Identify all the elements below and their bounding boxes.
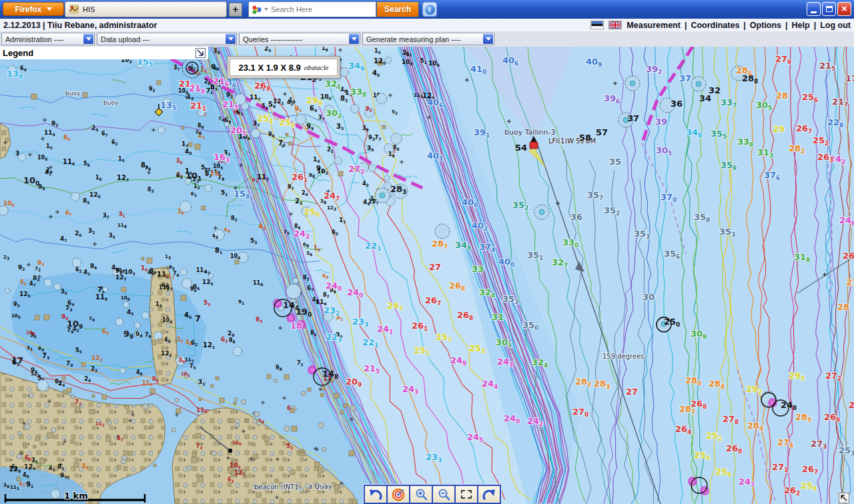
obstacle-dimensions: 23.1 X 1.9 X 8.9 [239, 63, 301, 73]
data-upload-dropdown[interactable]: Data upload --- [97, 33, 237, 45]
svg-text:75: 75 [284, 229, 290, 235]
legend-label: Legend [3, 48, 33, 58]
svg-text:39: 39 [655, 117, 667, 127]
redo-button[interactable] [478, 486, 500, 503]
chevron-down-icon [348, 33, 360, 45]
svg-text:27: 27 [429, 262, 441, 272]
chevron-down-icon [482, 33, 494, 45]
browser-titlebar: Firefox HIS + Search i ✕ [0, 0, 854, 19]
svg-text:64: 64 [161, 283, 167, 289]
minimize-icon [811, 11, 817, 13]
estonian-flag-icon[interactable] [590, 21, 604, 29]
zoom-out-button[interactable] [433, 486, 454, 503]
search-box: Search [248, 1, 419, 17]
queries-dropdown-label: Queries ------------- [240, 35, 348, 43]
zoom-out-icon [438, 488, 450, 501]
zoom-in-button[interactable] [410, 486, 432, 503]
new-tab-button[interactable]: + [229, 3, 242, 17]
svg-text:84: 84 [38, 346, 44, 352]
svg-text:17: 17 [845, 73, 854, 83]
svg-text:beacon (INT1): beacon (INT1) [254, 483, 302, 491]
firefox-menu-label: Firefox [15, 5, 41, 14]
nautical-chart[interactable]: 6218781711807159241992122146684387273738… [0, 0, 854, 504]
legend-bar: Legend [0, 47, 208, 59]
svg-text:82: 82 [169, 265, 175, 271]
search-field[interactable] [248, 1, 376, 17]
svg-text:100: 100 [232, 440, 242, 446]
svg-text:39: 39 [3, 483, 9, 489]
minimize-button[interactable] [807, 2, 821, 16]
close-button[interactable]: ✕ [837, 2, 851, 16]
info-button[interactable]: i [422, 2, 437, 17]
svg-text:123: 123 [327, 205, 336, 211]
measuring-plan-dropdown-label: Generate measuring plan ---- [363, 35, 482, 43]
svg-text:23: 23 [3, 255, 9, 261]
nav-measurement[interactable]: Measurement [626, 21, 681, 30]
map-expand-button[interactable] [839, 493, 849, 503]
queries-dropdown[interactable]: Queries ------------- [239, 33, 360, 45]
uk-flag-icon[interactable] [608, 21, 622, 29]
search-input[interactable] [271, 5, 373, 13]
svg-text:59: 59 [119, 267, 125, 273]
svg-text:61: 61 [191, 191, 197, 197]
top-nav-links: Measurement| Coordinates| Options| Help|… [626, 21, 851, 30]
svg-text:28: 28 [837, 302, 849, 312]
obstacle-tooltip: 23.1 X 1.9 X 8.9 obstacle [227, 56, 340, 79]
user-status-bar: 2.12.2013 | Tiiu Rebane, administraator … [0, 19, 854, 31]
search-engine-ic on[interactable] [252, 5, 262, 15]
obstacle-kind: obstacle [304, 63, 329, 71]
firefox-menu-button[interactable]: Firefox [3, 2, 64, 16]
expand-arrow-icon [840, 494, 848, 502]
svg-text:36: 36 [570, 212, 582, 222]
tab-favicon [69, 5, 79, 14]
nav-logout[interactable]: Log out [820, 21, 851, 30]
svg-text:28: 28 [776, 91, 788, 101]
svg-text:33: 33 [472, 264, 484, 274]
svg-text:a Quay: a Quay [308, 483, 332, 490]
svg-text:108: 108 [26, 330, 35, 336]
svg-text:17: 17 [11, 355, 23, 365]
info-icon: i [425, 5, 435, 15]
zoom-in-icon [415, 488, 428, 501]
administration-dropdown[interactable]: Administration ---- [1, 33, 95, 45]
restore-button[interactable] [822, 2, 836, 16]
svg-text:88: 88 [309, 173, 315, 179]
date-and-user: 2.12.2013 | Tiiu Rebane, administraator [3, 21, 157, 30]
svg-text:34: 34 [699, 93, 711, 103]
select-area-button[interactable] [456, 486, 477, 503]
svg-text:31: 31 [27, 345, 33, 351]
go-to-target-button[interactable] [388, 486, 409, 503]
svg-text:1 km: 1 km [64, 491, 88, 501]
svg-text:31: 31 [492, 312, 504, 322]
search-button[interactable]: Search [376, 1, 419, 17]
svg-text:18: 18 [290, 321, 302, 331]
svg-text:80: 80 [322, 273, 328, 279]
browser-tab-his[interactable]: HIS [65, 1, 227, 17]
close-icon: ✕ [841, 5, 847, 13]
svg-text:29: 29 [773, 124, 785, 134]
engine-dropdown-icon[interactable] [264, 8, 268, 13]
svg-text:27: 27 [626, 387, 638, 397]
nav-separator: | [814, 21, 817, 30]
measuring-plan-dropdown[interactable]: Generate measuring plan ---- [362, 33, 494, 45]
chevron-down-icon [47, 7, 52, 13]
svg-text:68: 68 [224, 227, 230, 233]
svg-text:26: 26 [843, 251, 854, 261]
nav-help[interactable]: Help [792, 21, 810, 30]
svg-text:27: 27 [846, 277, 854, 287]
svg-text:7: 7 [195, 313, 201, 323]
chevron-down-icon [83, 33, 94, 45]
nav-options[interactable]: Options [750, 21, 781, 30]
svg-text:54: 54 [515, 143, 527, 153]
undo-icon [368, 488, 384, 501]
svg-text:58: 58 [579, 133, 591, 143]
legend-collapse-icon[interactable] [195, 48, 205, 58]
svg-text:100: 100 [121, 295, 130, 301]
svg-text:buoy: buoy [65, 90, 81, 97]
nav-coordinates[interactable]: Coordinates [691, 21, 739, 30]
svg-text:30: 30 [643, 292, 655, 302]
redo-icon [481, 488, 497, 501]
svg-text:57: 57 [596, 127, 608, 137]
undo-button[interactable] [365, 486, 386, 503]
svg-text:25: 25 [849, 400, 854, 410]
